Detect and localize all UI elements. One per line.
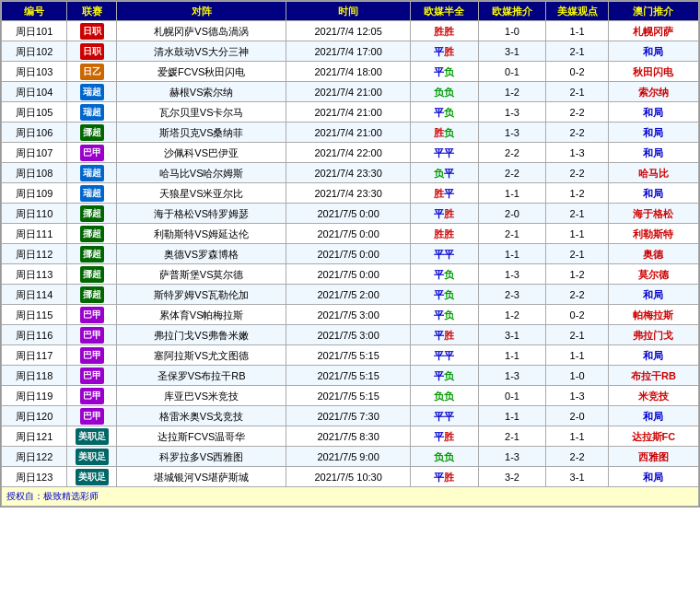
cell-result1: 1-3 — [478, 447, 546, 467]
cell-time: 2021/7/5 5:15 — [286, 366, 411, 386]
cell-match: 奥德VS罗森博格 — [117, 244, 286, 264]
cell-match: 札幌冈萨VS德岛渦涡 — [117, 21, 286, 41]
cell-id: 周日108 — [2, 163, 67, 183]
table-row: 周日101日职札幌冈萨VS德岛渦涡2021/7/4 12:05胜胜1-01-1札… — [2, 21, 699, 41]
cell-time: 2021/7/5 0:00 — [286, 244, 411, 264]
cell-result2: 2-1 — [546, 41, 608, 62]
cell-oumei-half: 平负 — [411, 264, 479, 285]
table-row: 周日107巴甲沙佩科VS巴伊亚2021/7/4 22:00平平2-21-3和局 — [2, 143, 699, 163]
cell-id: 周日112 — [2, 244, 67, 264]
cell-id: 周日119 — [2, 386, 67, 406]
cell-result1: 3-1 — [478, 41, 546, 62]
cell-id: 周日101 — [2, 21, 67, 41]
cell-match: 沙佩科VS巴伊亚 — [117, 143, 286, 163]
cell-league: 瑞超 — [67, 163, 117, 183]
cell-id: 周日120 — [2, 406, 67, 426]
cell-time: 2021/7/4 18:00 — [286, 62, 411, 82]
cell-league: 瑞超 — [67, 82, 117, 102]
cell-aomen: 米竞技 — [608, 386, 698, 406]
cell-league: 美职足 — [67, 447, 117, 467]
cell-result1: 2-1 — [478, 426, 546, 447]
cell-aomen: 西雅图 — [608, 447, 698, 467]
cell-oumei-half: 平负 — [411, 285, 479, 305]
cell-result2: 1-3 — [546, 143, 608, 163]
cell-match: 斯塔贝克VS桑纳菲 — [117, 122, 286, 143]
cell-oumei-half: 平负 — [411, 102, 479, 122]
cell-result2: 2-1 — [546, 82, 608, 102]
cell-aomen: 和局 — [608, 143, 698, 163]
table-row: 周日118巴甲圣保罗VS布拉干RB2021/7/5 5:15平负1-31-0布拉… — [2, 366, 699, 386]
table-row: 周日106挪超斯塔贝克VS桑纳菲2021/7/4 21:00胜负1-32-2和局 — [2, 122, 699, 143]
cell-result2: 2-2 — [546, 102, 608, 122]
table-row: 周日120巴甲格雷米奥VS戈竞技2021/7/5 7:30平平1-12-0和局 — [2, 406, 699, 426]
col-header-id: 编号 — [2, 2, 67, 21]
cell-match: 弗拉门戈VS弗鲁米嫩 — [117, 325, 286, 345]
table-row: 周日102日职清水鼓动VS大分三神2021/7/4 17:00平胜3-12-1和… — [2, 41, 699, 62]
cell-result2: 2-2 — [546, 447, 608, 467]
cell-league: 日职 — [67, 21, 117, 41]
cell-result1: 1-1 — [478, 244, 546, 264]
cell-id: 周日105 — [2, 102, 67, 122]
cell-result1: 1-3 — [478, 366, 546, 386]
cell-oumei-half: 平平 — [411, 406, 479, 426]
cell-result2: 1-2 — [546, 183, 608, 204]
cell-id: 周日121 — [2, 426, 67, 447]
cell-result2: 1-3 — [546, 386, 608, 406]
cell-aomen: 达拉斯FC — [608, 426, 698, 447]
cell-time: 2021/7/5 0:00 — [286, 224, 411, 244]
table-row: 周日123美职足堪城银河VS堪萨斯城2021/7/5 10:30平胜3-23-1… — [2, 467, 699, 487]
table-row: 周日122美职足科罗拉多VS西雅图2021/7/5 9:00负负1-32-2西雅… — [2, 447, 699, 467]
col-header-league: 联赛 — [67, 2, 117, 21]
col-header-meiguan: 美媒观点 — [546, 2, 608, 21]
cell-time: 2021/7/4 12:05 — [286, 21, 411, 41]
cell-oumei-half: 平负 — [411, 305, 479, 325]
main-table-container: 编号 联赛 对阵 时间 欧媒半全 欧媒推介 美媒观点 澳门推介 周日101日职札… — [0, 0, 700, 508]
cell-aomen: 索尔纳 — [608, 82, 698, 102]
cell-result2: 2-2 — [546, 285, 608, 305]
cell-aomen: 和局 — [608, 406, 698, 426]
cell-league: 瑞超 — [67, 102, 117, 122]
cell-oumei-half: 平胜 — [411, 426, 479, 447]
cell-result1: 0-1 — [478, 386, 546, 406]
cell-match: 海于格松VS特罗姆瑟 — [117, 204, 286, 224]
cell-league: 日乙 — [67, 62, 117, 82]
cell-result2: 2-1 — [546, 204, 608, 224]
cell-match: 利勒斯特VS姆延达伦 — [117, 224, 286, 244]
cell-oumei-half: 平负 — [411, 366, 479, 386]
cell-match: 塞阿拉斯VS尤文图德 — [117, 345, 286, 366]
cell-result1: 1-3 — [478, 264, 546, 285]
cell-time: 2021/7/5 10:30 — [286, 467, 411, 487]
cell-id: 周日111 — [2, 224, 67, 244]
cell-time: 2021/7/5 5:15 — [286, 345, 411, 366]
cell-league: 挪超 — [67, 204, 117, 224]
table-row: 周日117巴甲塞阿拉斯VS尤文图德2021/7/5 5:15平平1-11-1和局 — [2, 345, 699, 366]
cell-match: 斯特罗姆VS瓦勒伦加 — [117, 285, 286, 305]
cell-league: 挪超 — [67, 285, 117, 305]
cell-match: 达拉斯FCVS温哥华 — [117, 426, 286, 447]
cell-league: 日职 — [67, 41, 117, 62]
cell-aomen: 莫尔德 — [608, 264, 698, 285]
cell-time: 2021/7/5 3:00 — [286, 325, 411, 345]
cell-league: 巴甲 — [67, 143, 117, 163]
cell-aomen: 和局 — [608, 122, 698, 143]
cell-result2: 1-1 — [546, 21, 608, 41]
cell-oumei-half: 平平 — [411, 143, 479, 163]
cell-aomen: 秋田闪电 — [608, 62, 698, 82]
cell-id: 周日107 — [2, 143, 67, 163]
cell-result2: 1-1 — [546, 224, 608, 244]
cell-id: 周日116 — [2, 325, 67, 345]
cell-oumei-half: 平平 — [411, 345, 479, 366]
table-row: 周日114挪超斯特罗姆VS瓦勒伦加2021/7/5 2:00平负2-32-2和局 — [2, 285, 699, 305]
cell-result1: 2-2 — [478, 143, 546, 163]
cell-result2: 2-2 — [546, 122, 608, 143]
cell-match: 格雷米奥VS戈竞技 — [117, 406, 286, 426]
cell-result1: 1-1 — [478, 183, 546, 204]
col-header-match: 对阵 — [117, 2, 286, 21]
cell-id: 周日117 — [2, 345, 67, 366]
cell-result2: 0-2 — [546, 62, 608, 82]
table-header: 编号 联赛 对阵 时间 欧媒半全 欧媒推介 美媒观点 澳门推介 — [2, 2, 699, 21]
cell-oumei-half: 平平 — [411, 244, 479, 264]
cell-id: 周日118 — [2, 366, 67, 386]
table-row: 周日105瑞超瓦尔贝里VS卡尔马2021/7/4 21:00平负1-32-2和局 — [2, 102, 699, 122]
cell-match: 圣保罗VS布拉干RB — [117, 366, 286, 386]
